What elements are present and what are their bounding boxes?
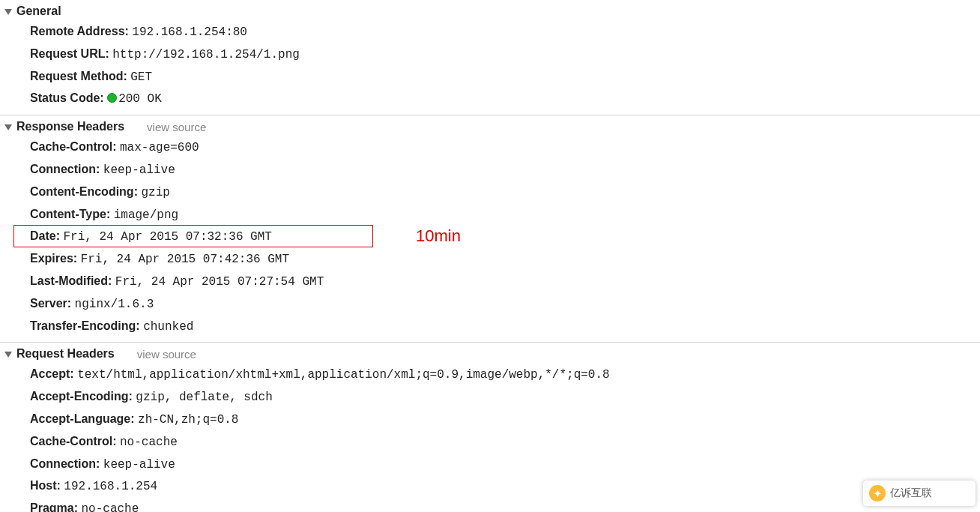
header-value: gzip xyxy=(141,186,169,199)
kv-row: Accept-Encoding: gzip, deflate, sdch xyxy=(0,386,980,409)
section-request-headers: Request Headers view source Accept: text… xyxy=(0,343,980,512)
section-header-general[interactable]: General xyxy=(0,3,980,21)
kv-row: Remote Address: 192.168.1.254:80 xyxy=(0,21,980,43)
status-dot-icon xyxy=(107,93,117,103)
header-value: gzip, deflate, sdch xyxy=(136,391,272,404)
header-value: Fri, 24 Apr 2015 07:42:36 GMT xyxy=(81,253,289,266)
header-key: Accept-Encoding: xyxy=(30,390,133,403)
kv-row: Content-Type: image/png xyxy=(0,204,980,226)
header-value: nginx/1.6.3 xyxy=(75,298,154,311)
header-value: no-cache xyxy=(81,502,139,512)
view-source-link[interactable]: view source xyxy=(137,348,196,361)
kv-row: Last-Modified: Fri, 24 Apr 2015 07:27:54… xyxy=(0,271,980,293)
header-value: Fri, 24 Apr 2015 07:32:36 GMT xyxy=(63,230,271,244)
header-key: Pragma: xyxy=(30,502,78,512)
kv-row: Content-Encoding: gzip xyxy=(0,181,980,204)
kv-row: Status Code: 200 OK xyxy=(0,88,980,110)
kv-row: Date: Fri, 24 Apr 2015 07:32:36 GMT xyxy=(0,226,980,248)
header-value: 192.168.1.254:80 xyxy=(132,25,247,39)
header-key: Content-Type: xyxy=(30,208,110,220)
header-key: Last-Modified: xyxy=(30,274,112,287)
header-key: Request URL: xyxy=(30,47,109,60)
kv-row: Accept: text/html,application/xhtml+xml,… xyxy=(0,364,980,386)
kv-row: Request URL: http://192.168.1.254/1.png xyxy=(0,43,980,66)
kv-row: Request Method: GET xyxy=(0,66,980,88)
kv-row: Connection: keep-alive xyxy=(0,454,980,476)
header-key: Remote Address: xyxy=(30,25,129,37)
header-value: 192.168.1.254 xyxy=(64,480,157,493)
watermark-badge-text: 亿诉互联 xyxy=(890,487,932,500)
header-key: Accept: xyxy=(30,367,74,380)
disclosure-triangle-icon xyxy=(4,9,12,15)
view-source-link[interactable]: view source xyxy=(147,121,206,133)
header-value: text/html,application/xhtml+xml,applicat… xyxy=(77,368,610,382)
disclosure-triangle-icon xyxy=(4,124,12,130)
kv-row: Pragma: no-cache xyxy=(0,498,980,512)
header-value: 200 OK xyxy=(107,92,162,106)
header-value: keep-alive xyxy=(103,458,175,472)
header-key: Accept-Language: xyxy=(30,412,135,425)
kv-row: Cache-Control: no-cache xyxy=(0,431,980,454)
header-value: zh-CN,zh;q=0.8 xyxy=(138,413,238,427)
kv-row: Connection: keep-alive xyxy=(0,159,980,181)
header-value: GET xyxy=(130,70,152,84)
section-title: Response Headers xyxy=(16,120,124,133)
header-value: max-age=600 xyxy=(120,141,199,154)
section-header-request[interactable]: Request Headers view source xyxy=(0,346,980,364)
kv-row: Expires: Fri, 24 Apr 2015 07:42:36 GMT xyxy=(0,248,980,271)
section-title: Request Headers xyxy=(16,347,115,361)
header-key: Date: xyxy=(30,229,60,242)
header-key: Request Method: xyxy=(30,70,127,82)
header-key: Cache-Control: xyxy=(30,435,117,448)
header-value: image/png xyxy=(114,208,178,222)
header-value: no-cache xyxy=(120,436,178,449)
watermark-badge-icon: ✦ xyxy=(869,485,886,502)
header-value: chunked xyxy=(143,320,193,334)
section-general: General Remote Address: 192.168.1.254:80… xyxy=(0,0,980,115)
section-response-headers: Response Headers view source Cache-Contr… xyxy=(0,115,980,343)
header-key: Status Code: xyxy=(30,91,104,104)
header-value: Fri, 24 Apr 2015 07:27:54 GMT xyxy=(115,275,324,289)
header-key: Cache-Control: xyxy=(30,140,117,153)
header-key: Transfer-Encoding: xyxy=(30,319,140,332)
kv-row: Transfer-Encoding: chunked xyxy=(0,316,980,338)
watermark-badge: ✦ 亿诉互联 xyxy=(863,481,976,506)
kv-row: Cache-Control: max-age=600 xyxy=(0,136,980,159)
kv-row: Accept-Language: zh-CN,zh;q=0.8 xyxy=(0,409,980,431)
section-header-response[interactable]: Response Headers view source xyxy=(0,118,980,136)
header-key: Expires: xyxy=(30,252,77,265)
header-value: http://192.168.1.254/1.png xyxy=(112,48,300,61)
status-code-text: 200 OK xyxy=(118,92,162,106)
header-key: Connection: xyxy=(30,457,100,470)
kv-row: Server: nginx/1.6.3 xyxy=(0,293,980,316)
section-title: General xyxy=(16,4,61,18)
header-value: keep-alive xyxy=(103,163,175,177)
header-key: Server: xyxy=(30,297,71,310)
disclosure-triangle-icon xyxy=(4,352,12,358)
header-key: Content-Encoding: xyxy=(30,185,138,198)
kv-row: Host: 192.168.1.254 xyxy=(0,475,980,498)
header-key: Host: xyxy=(30,479,61,492)
header-key: Connection: xyxy=(30,163,100,175)
